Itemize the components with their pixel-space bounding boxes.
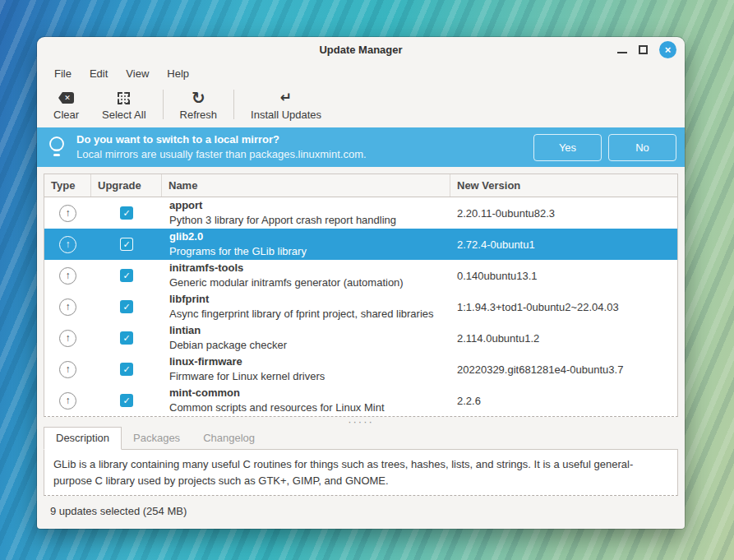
upgrade-checkbox[interactable]: ✓: [120, 331, 133, 345]
package-description: Generic modular initramfs generator (aut…: [169, 275, 450, 290]
package-upgrade-icon: ↑: [59, 330, 76, 347]
table-row[interactable]: ↑ ✓ initramfs-tools Generic modular init…: [44, 260, 677, 291]
no-button[interactable]: No: [608, 134, 676, 161]
table-row[interactable]: ↑ ✓ libfprint Async fingerprint library …: [44, 291, 677, 322]
upgrade-cell: ✓: [91, 229, 162, 260]
upgrade-checkbox[interactable]: ✓: [120, 269, 133, 282]
new-version-cell: 2.114.0ubuntu1.2: [450, 322, 677, 354]
upgrade-cell: ✓: [91, 354, 162, 385]
type-cell: ↑: [44, 229, 91, 260]
upgrade-checkbox[interactable]: ✓: [120, 300, 133, 313]
refresh-label: Refresh: [180, 109, 218, 121]
table-row[interactable]: ↑ ✓ lintian Debian package checker 2.114…: [44, 322, 677, 354]
name-cell: lintian Debian package checker: [162, 322, 450, 354]
column-header-new-version[interactable]: New Version: [450, 174, 677, 197]
lightbulb-icon: [47, 135, 67, 160]
upgrade-checkbox[interactable]: ✓: [120, 363, 133, 376]
package-upgrade-icon: ↑: [59, 205, 76, 222]
upgrade-checkbox[interactable]: ✓: [120, 394, 133, 407]
upgrade-cell: ✓: [91, 291, 162, 322]
tab-packages[interactable]: Packages: [122, 428, 192, 449]
pane-resize-handle[interactable]: ·····: [44, 417, 678, 427]
name-cell: libfprint Async fingerprint library of f…: [162, 291, 450, 322]
description-panel: GLib is a library containing many useful…: [44, 449, 678, 496]
maximize-icon[interactable]: [639, 45, 648, 54]
type-cell: ↑: [44, 385, 91, 416]
name-cell: apport Python 3 library for Apport crash…: [162, 197, 450, 229]
yes-button[interactable]: Yes: [533, 134, 602, 161]
select-all-button[interactable]: Select All: [90, 86, 157, 123]
column-header-upgrade[interactable]: Upgrade: [91, 174, 162, 197]
menu-edit[interactable]: Edit: [81, 64, 117, 83]
update-manager-window: Update Manager × File Edit View Help ✕ C…: [37, 37, 685, 529]
package-upgrade-icon: ↑: [59, 392, 76, 410]
refresh-button[interactable]: ↻ Refresh: [168, 86, 229, 123]
tab-description[interactable]: Description: [44, 427, 122, 450]
content-area: Type Upgrade Name New Version ↑ ✓: [37, 167, 685, 529]
upgrade-cell: ✓: [91, 322, 162, 354]
install-updates-button[interactable]: ↵ Install Updates: [239, 86, 333, 123]
upgrade-cell: ✓: [91, 260, 162, 291]
clear-label: Clear: [53, 109, 79, 121]
package-upgrade-icon: ↑: [59, 299, 76, 316]
toolbar: ✕ Clear Select All ↻ Refresh ↵ Install U…: [37, 85, 685, 127]
statusbar: 9 updates selected (254 MB): [44, 496, 678, 529]
close-icon[interactable]: ×: [659, 41, 676, 58]
clear-button[interactable]: ✕ Clear: [42, 86, 90, 123]
type-cell: ↑: [44, 291, 91, 322]
upgrade-cell: ✓: [91, 197, 162, 229]
menu-view[interactable]: View: [117, 64, 158, 83]
package-upgrade-icon: ↑: [59, 267, 76, 285]
window-title: Update Manager: [319, 44, 402, 56]
tab-changelog[interactable]: Changelog: [192, 428, 266, 449]
package-name: lintian: [169, 323, 450, 338]
table-row[interactable]: ↑ ✓ linux-firmware Firmware for Linux ke…: [44, 354, 677, 385]
name-cell: mint-common Common scripts and resources…: [162, 385, 450, 416]
upgrade-checkbox[interactable]: ✓: [120, 206, 133, 220]
window-controls: ×: [617, 37, 676, 62]
select-all-label: Select All: [102, 109, 145, 121]
infobar-text: Do you want to switch to a local mirror?…: [76, 132, 367, 161]
package-description: Async fingerprint library of fprint proj…: [169, 307, 450, 322]
new-version-cell: 20220329.git681281e4-0ubuntu3.7: [450, 354, 677, 385]
clear-icon: ✕: [58, 90, 74, 105]
minimize-icon[interactable]: [617, 52, 627, 53]
menu-file[interactable]: File: [45, 64, 81, 83]
table-header: Type Upgrade Name New Version: [44, 174, 677, 197]
name-cell: glib2.0 Programs for the GLib library: [162, 229, 450, 260]
new-version-cell: 2.72.4-0ubuntu1: [450, 229, 677, 260]
infobar-actions: Yes No: [533, 134, 676, 161]
type-cell: ↑: [44, 354, 91, 385]
refresh-icon: ↻: [192, 90, 205, 105]
toolbar-separator: [233, 90, 234, 119]
table-row[interactable]: ↑ ✓ mint-common Common scripts and resou…: [44, 385, 677, 416]
upgrade-checkbox[interactable]: ✓: [120, 238, 133, 251]
table-body: ↑ ✓ apport Python 3 library for Apport c…: [44, 197, 677, 416]
new-version-cell: 2.20.11-0ubuntu82.3: [450, 197, 677, 229]
package-description: Common scripts and resources for Linux M…: [169, 400, 450, 415]
toolbar-separator: [163, 90, 164, 119]
menubar: File Edit View Help: [37, 62, 685, 85]
select-all-icon: [118, 90, 130, 105]
column-header-type[interactable]: Type: [44, 174, 91, 197]
package-upgrade-icon: ↑: [59, 236, 76, 253]
mirror-infobar: Do you want to switch to a local mirror?…: [37, 127, 685, 167]
upgrade-cell: ✓: [91, 385, 162, 416]
type-cell: ↑: [44, 197, 91, 229]
type-cell: ↑: [44, 260, 91, 291]
package-name: libfprint: [169, 292, 450, 307]
package-name: mint-common: [169, 386, 450, 400]
table-row[interactable]: ↑ ✓ glib2.0 Programs for the GLib librar…: [44, 229, 677, 260]
table-row[interactable]: ↑ ✓ apport Python 3 library for Apport c…: [44, 197, 677, 229]
menu-help[interactable]: Help: [158, 64, 198, 83]
package-description: Programs for the GLib library: [169, 244, 450, 259]
type-cell: ↑: [44, 322, 91, 354]
column-header-name[interactable]: Name: [162, 174, 450, 197]
package-name: apport: [169, 198, 450, 213]
package-name: linux-firmware: [169, 354, 450, 369]
package-name: initramfs-tools: [169, 261, 450, 275]
package-description: Firmware for Linux kernel drivers: [169, 369, 450, 384]
titlebar[interactable]: Update Manager ×: [37, 37, 685, 62]
install-updates-icon: ↵: [280, 90, 292, 105]
name-cell: initramfs-tools Generic modular initramf…: [162, 260, 450, 291]
